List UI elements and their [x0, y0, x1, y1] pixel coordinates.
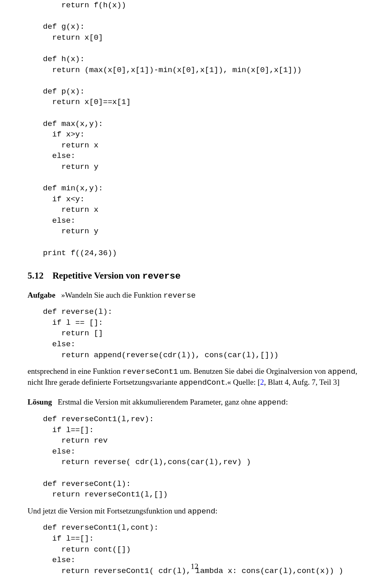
- para1-t5: , Blatt 4, Aufg. 7, Teil 3]: [264, 378, 340, 386]
- aufgabe-mono: reverse: [163, 291, 196, 300]
- paragraph-2: Und jetzt die Version mit Fortsetzungsfu…: [28, 506, 361, 517]
- section-heading: 5.12Repetitive Version von reverse: [28, 270, 361, 282]
- aufgabe-label: Aufgabe: [28, 291, 56, 299]
- para2-t2: :: [215, 507, 217, 515]
- page-number: 12: [0, 561, 389, 572]
- para2-t1: Und jetzt die Version mit Fortsetzungsfu…: [28, 507, 188, 515]
- para1-m1: reverseCont1: [122, 367, 178, 376]
- section-title-text: Repetitive Version von: [52, 271, 142, 281]
- para1-t2: um. Benutzen Sie dabei die Orginalversio…: [178, 367, 328, 375]
- para1-m2: append: [328, 367, 355, 376]
- para1-t4: .« Quelle: [: [225, 378, 260, 386]
- aufgabe-paragraph: Aufgabe »Wandeln Sie auch die Funktion r…: [28, 290, 361, 301]
- loesung-label: Lösung: [28, 398, 52, 406]
- loesung-mono1: append: [258, 398, 286, 407]
- para1-t1: entsprechend in eine Funktion: [28, 367, 122, 375]
- para1-m3: appendCont: [179, 378, 225, 387]
- loesung-text2: :: [286, 398, 288, 406]
- aufgabe-text: »Wandeln Sie auch die Funktion: [56, 291, 164, 299]
- paragraph-1: entsprechend in eine Funktion reverseCon…: [28, 366, 361, 388]
- loesung-paragraph: Lösung Erstmal die Version mit akkumulie…: [28, 397, 361, 408]
- para2-m1: append: [188, 507, 215, 516]
- code-block-1: return f(h(x)) def g(x): return x[0] def…: [43, 0, 361, 258]
- loesung-text1: Erstmal die Version mit akkumulierendem …: [52, 398, 258, 406]
- citation-link[interactable]: 2: [260, 378, 264, 386]
- code-block-4: def reverseCont1(l,cont): if l==[]: retu…: [43, 522, 361, 588]
- code-block-3: def reverseCont1(l,rev): if l==[]: retur…: [43, 414, 361, 500]
- section-number: 5.12: [28, 270, 43, 282]
- section-title-mono: reverse: [142, 271, 181, 281]
- code-block-2: def reverse(l): if l == []: return [] el…: [43, 307, 361, 360]
